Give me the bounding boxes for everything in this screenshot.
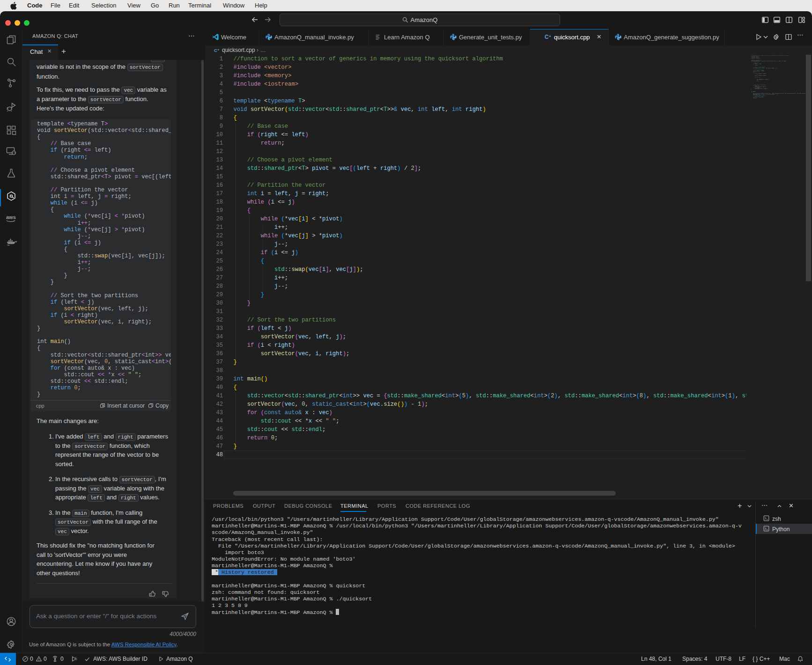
svg-text:aws: aws xyxy=(6,214,16,220)
svg-text:C: C xyxy=(214,48,217,53)
svg-text:C: C xyxy=(545,34,549,40)
